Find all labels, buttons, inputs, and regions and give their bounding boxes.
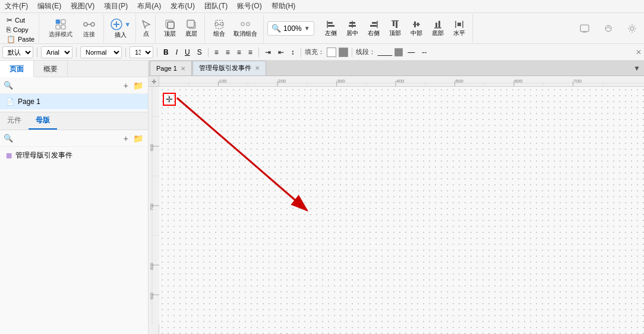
svg-point-5 — [91, 23, 94, 26]
style-select[interactable]: 默认 — [2, 46, 33, 58]
align-bottom-icon — [433, 20, 443, 29]
top-layer-button[interactable]: 顶层 — [160, 18, 179, 39]
ruler-h-svg: 100 200 300 400 500 600 700 — [159, 76, 644, 86]
menu-publish[interactable]: 发布(U) — [169, 1, 196, 11]
share-button[interactable] — [599, 23, 618, 34]
outdent-button[interactable]: ⇤ — [276, 48, 286, 57]
connect-button[interactable]: 连接 — [78, 17, 100, 40]
tab-dropdown-button[interactable]: ▼ — [630, 64, 644, 73]
align-middle-button[interactable]: 中部 — [407, 18, 426, 39]
align-center-button[interactable]: 居中 — [343, 18, 362, 39]
add-folder-button[interactable]: 📁 — [132, 80, 144, 92]
close-toolbar-button[interactable]: ✕ — [636, 48, 642, 56]
menu-layout[interactable]: 布局(A) — [136, 1, 162, 11]
tab-pages[interactable]: 页面 — [0, 61, 34, 77]
paste-button[interactable]: 📋 Paste — [5, 34, 36, 44]
svg-rect-38 — [438, 21, 440, 27]
canvas-tab-master[interactable]: 管理母版引发事件 ✕ — [192, 61, 266, 75]
svg-rect-11 — [168, 22, 174, 29]
align-center-icon — [348, 20, 357, 29]
copy-button[interactable]: ⎘ Copy — [5, 25, 36, 34]
font-style-select[interactable]: Normal — [80, 46, 122, 58]
add-page-button[interactable]: + — [122, 80, 130, 92]
bold-button[interactable]: B — [161, 48, 171, 57]
separator5 — [208, 48, 209, 57]
svg-rect-19 — [241, 23, 244, 26]
annotation-arrow — [159, 87, 644, 334]
page-item-1[interactable]: 📄 Page 1 — [0, 94, 148, 109]
canvas-viewport[interactable]: ✛ — [159, 87, 644, 334]
menu-help[interactable]: 帮助(H) — [270, 1, 297, 11]
distribute-button[interactable]: 水平 — [450, 18, 469, 39]
strikethrough-button[interactable]: S — [195, 48, 204, 57]
point-button[interactable]: 点 — [137, 14, 156, 43]
align-justify-text-button[interactable]: ≡ — [246, 48, 255, 57]
settings-button[interactable] — [623, 23, 642, 34]
add-master-folder-button[interactable]: 📁 — [132, 133, 144, 144]
svg-text:100: 100 — [219, 78, 228, 84]
zoom-value: 100% — [283, 24, 302, 33]
insert-button[interactable]: ▼ 插入 — [105, 14, 136, 43]
left-panel: 页面 概要 🔍 + 📁 📄 Page 1 元件 母版 🔍 + — [0, 61, 149, 334]
dotted-canvas[interactable]: ✛ — [159, 87, 644, 334]
align-left-text-button[interactable]: ≡ — [212, 48, 221, 57]
search-icon-masters: 🔍 — [4, 134, 13, 143]
stroke-style-btn2[interactable]: -- — [419, 48, 429, 57]
search-icon: 🔍 — [272, 24, 281, 33]
add-master-button[interactable]: + — [122, 133, 130, 144]
stroke-style-btn1[interactable]: — — [405, 48, 417, 57]
align-group: 左侧 居中 右侧 顶部 — [318, 14, 473, 43]
master-item-1[interactable]: ▦ 管理母版引发事件 — [0, 147, 148, 164]
menu-file[interactable]: 文件(F) — [4, 1, 29, 11]
tab-overview[interactable]: 概要 — [34, 61, 68, 77]
ruler-corner[interactable]: ✛ — [149, 76, 159, 87]
align-middle-icon — [412, 20, 421, 29]
underline-button[interactable]: U — [182, 48, 192, 57]
ungroup-button[interactable]: 取消组合 — [231, 18, 260, 39]
align-bottom-button[interactable]: 底部 — [428, 18, 447, 39]
svg-rect-41 — [457, 23, 461, 26]
canvas-body: 600 700 800 900 — [149, 87, 644, 334]
fill-color-box2[interactable] — [339, 48, 348, 57]
svg-rect-42 — [580, 25, 589, 31]
master-icon: ▦ — [6, 152, 12, 159]
svg-text:300: 300 — [337, 78, 346, 84]
menu-account[interactable]: 账号(O) — [236, 1, 263, 11]
align-right-button[interactable]: 右侧 — [364, 18, 383, 39]
zoom-control[interactable]: 🔍 100% ▼ — [267, 21, 314, 36]
preview-button[interactable] — [575, 23, 594, 34]
menu-project[interactable]: 项目(P) — [103, 1, 129, 11]
font-family-select[interactable]: Arial — [41, 46, 72, 58]
align-right-text-button[interactable]: ≡ — [235, 48, 244, 57]
select-mode-button[interactable]: 选择模式 — [44, 17, 77, 40]
fill-label: 填充： — [305, 48, 324, 56]
bottom-layer-button[interactable]: 底层 — [182, 18, 201, 39]
svg-text:700: 700 — [150, 203, 154, 210]
menu-edit[interactable]: 编辑(E) — [36, 1, 62, 11]
close-master-tab[interactable]: ✕ — [255, 65, 260, 71]
menu-team[interactable]: 团队(T) — [203, 1, 229, 11]
line-spacing-button[interactable]: ↕ — [289, 48, 297, 57]
italic-button[interactable]: I — [173, 48, 180, 57]
font-size-select[interactable]: 13 — [130, 46, 153, 58]
close-page1-tab[interactable]: ✕ — [181, 65, 185, 72]
group-button[interactable]: 组合 — [210, 18, 229, 39]
cut-button[interactable]: ✂ Cut — [5, 15, 36, 25]
indent-button[interactable]: ⇥ — [263, 48, 273, 57]
element-handle[interactable]: ✛ — [163, 93, 176, 106]
tab-components[interactable]: 元件 — [0, 112, 29, 130]
align-left-button[interactable]: 左侧 — [321, 18, 340, 39]
align-top-button[interactable]: 顶部 — [386, 18, 405, 39]
align-center-text-button[interactable]: ≡ — [223, 48, 232, 57]
svg-rect-32 — [396, 21, 397, 28]
canvas-tab-page1[interactable]: Page 1 ✕ — [150, 61, 192, 75]
separator1 — [37, 48, 37, 57]
connect-icon — [83, 18, 95, 30]
fill-color-box[interactable] — [327, 48, 336, 57]
svg-rect-3 — [61, 25, 65, 29]
tab-masters[interactable]: 母版 — [29, 112, 57, 130]
menu-view[interactable]: 视图(V) — [70, 1, 96, 11]
stroke-color-box[interactable] — [394, 48, 403, 56]
format-toolbar: 默认 Arial Normal 13 B I U S ≡ ≡ ≡ ≡ ⇥ ⇤ ↕… — [0, 44, 644, 61]
zoom-dropdown-icon[interactable]: ▼ — [304, 25, 310, 31]
